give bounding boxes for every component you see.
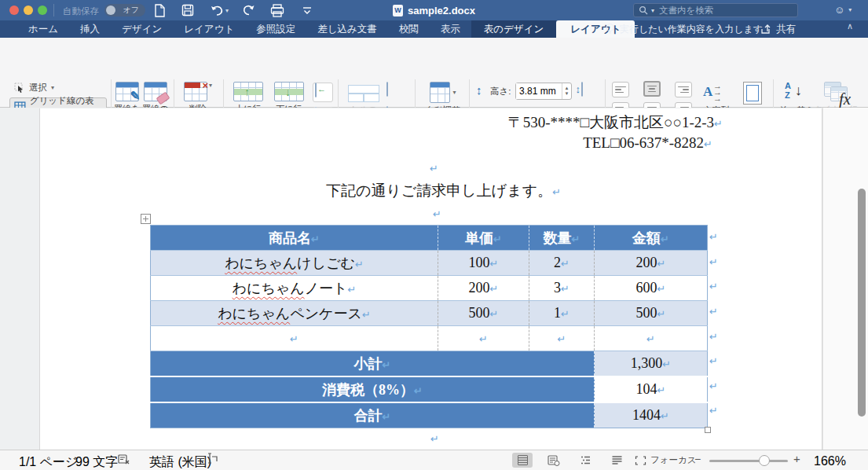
tax-row[interactable]: 消費税（8%）↵ 104↵ — [151, 376, 708, 402]
page-count[interactable]: 1/1 ページ — [19, 454, 78, 470]
table-header-row[interactable]: 商品名↵ 単価↵ 数量↵ 金額↵ — [151, 226, 708, 251]
focus-mode-button[interactable]: フォーカス — [635, 454, 697, 466]
row-end-marks: ↵↵ ↵↵ ↵↵ ↵↵ — [709, 225, 718, 424]
print-layout-view-button[interactable] — [512, 453, 533, 468]
table-move-handle[interactable] — [141, 214, 151, 224]
undo-button[interactable]: ▾ — [206, 2, 233, 18]
document-search[interactable]: ▾ — [633, 3, 798, 17]
tab-home[interactable]: ホーム — [17, 20, 69, 38]
insert-row-above-icon: ↑ — [233, 82, 263, 101]
ribbon: 選択 ▾ グリッド線の表示 プロパティ テーブル ✎ 罫線を引く 罫線の削除 図… — [0, 38, 868, 108]
tab-design[interactable]: デザイン — [111, 20, 173, 38]
table-row[interactable]: わにちゃんペンケース↵ 500↵ 1↵ 500↵ — [151, 301, 708, 326]
tax-value: 104↵ — [595, 376, 708, 402]
outline-view-button[interactable] — [575, 453, 595, 468]
sort-icon: A Z ↓ — [783, 82, 810, 103]
tab-references[interactable]: 参照設定 — [245, 20, 306, 38]
table-resize-handle[interactable] — [705, 427, 711, 433]
header-unit-price: 単価↵ — [438, 226, 529, 251]
tab-layout[interactable]: レイアウト — [173, 20, 245, 38]
table-row-empty[interactable]: ↵ ↵ ↵ ↵ — [151, 326, 708, 351]
lightbulb-icon — [605, 23, 615, 35]
subtotal-row[interactable]: 小計↵ 1,300↵ — [151, 351, 708, 377]
total-row[interactable]: 合計↵ 1404↵ — [151, 402, 708, 428]
zoom-slider-knob[interactable] — [759, 455, 770, 466]
smiley-icon: ☺ — [834, 4, 844, 16]
tab-table-design[interactable]: 表のデザイン — [471, 20, 556, 38]
maximize-window-button[interactable] — [38, 6, 47, 15]
formula-button[interactable]: fx — [839, 90, 851, 109]
split-cells-button[interactable] — [386, 83, 388, 97]
zoom-in-button[interactable]: + — [793, 452, 800, 465]
toolbar-options-icon — [302, 6, 313, 15]
row-height-label: 高さ: — [490, 86, 511, 97]
cell-margins-icon — [743, 82, 762, 105]
row-height-input[interactable] — [516, 83, 562, 99]
select-button[interactable]: 選択 ▾ — [14, 82, 54, 94]
document-page[interactable]: 〒530-****□大阪市北区○○1-2-3↵ TEL□06-637*-8282… — [39, 108, 822, 470]
share-icon — [760, 24, 772, 35]
search-scope-caret-icon[interactable]: ▾ — [651, 7, 654, 14]
language-status[interactable]: 英語 (米国) — [149, 454, 211, 470]
tab-review[interactable]: 校閲 — [388, 20, 430, 38]
invoice-table[interactable]: 商品名↵ 単価↵ 数量↵ 金額↵ わにちゃんけしごむ↵ 100↵ 2↵ 200↵… — [150, 225, 708, 428]
tab-view[interactable]: 表示 — [430, 20, 471, 38]
print-button[interactable] — [269, 2, 286, 18]
row-height-stepper[interactable]: ▲▼ — [515, 83, 572, 100]
draft-view-button[interactable] — [606, 453, 627, 468]
web-layout-view-button[interactable] — [544, 453, 564, 468]
outline-view-icon — [580, 455, 591, 465]
delete-table-icon: × — [184, 82, 207, 101]
search-input[interactable] — [657, 5, 793, 16]
share-label: 共有 — [776, 23, 796, 36]
redo-button[interactable] — [240, 2, 258, 18]
text-direction-icon: A → → → — [703, 82, 730, 103]
spin-down-icon[interactable]: ▼ — [565, 91, 570, 97]
subtotal-label: 小計↵ — [151, 351, 595, 377]
spin-up-icon[interactable]: ▲ — [565, 86, 570, 91]
align-top-right-button[interactable] — [675, 82, 692, 97]
cell-empty: ↵ — [529, 326, 595, 351]
fx-icon: fx — [839, 90, 851, 108]
minimize-window-button[interactable] — [24, 6, 33, 15]
align-top-center-button[interactable] — [643, 81, 661, 97]
scrollbar-track[interactable] — [822, 108, 868, 450]
autofit-caret-icon: ▾ — [452, 89, 456, 96]
table-row[interactable]: わにちゃんけしごむ↵ 100↵ 2↵ 200↵ — [151, 251, 708, 276]
save-icon — [181, 4, 194, 17]
feedback-smiley-button[interactable]: ☺ ▾ — [834, 4, 852, 16]
total-label: 合計↵ — [151, 402, 595, 428]
proofing-status-button[interactable] — [118, 453, 130, 468]
close-window-button[interactable] — [9, 6, 19, 15]
cell-qty: 3↵ — [529, 276, 595, 301]
word-count[interactable]: 99 文字 — [75, 454, 118, 470]
autosave-toggle[interactable]: オフ — [104, 4, 145, 17]
zoom-out-button[interactable]: − — [694, 453, 701, 465]
scrollbar-thumb[interactable] — [858, 189, 866, 417]
new-document-button[interactable] — [151, 2, 168, 18]
subtotal-value: 1,300↵ — [595, 351, 708, 377]
distribute-rows-button[interactable]: ↕ — [581, 83, 583, 97]
tab-insert[interactable]: 挿入 — [69, 20, 111, 38]
align-top-left-button[interactable] — [612, 82, 629, 97]
toolbar-options-button[interactable] — [298, 2, 316, 18]
web-layout-icon — [548, 455, 560, 466]
split-cells-icon — [386, 82, 388, 97]
undo-caret-icon[interactable]: ▾ — [225, 7, 229, 14]
header-product: 商品名↵ — [151, 226, 438, 251]
zoom-percentage[interactable]: 166% — [814, 454, 846, 468]
save-button[interactable] — [179, 2, 196, 18]
tab-mailings[interactable]: 差し込み文書 — [306, 20, 388, 38]
autofit-icon — [430, 82, 450, 103]
zoom-slider-track[interactable] — [709, 460, 788, 462]
share-button[interactable]: 共有 — [760, 20, 796, 38]
insert-column-left-button[interactable]: ← — [313, 83, 333, 102]
text-select-mode-button[interactable] — [206, 453, 218, 468]
cell-price: 100↵ — [438, 251, 529, 276]
word-doc-icon: W — [393, 5, 403, 17]
tell-me-assistant[interactable]: 実行したい作業内容を入力します — [605, 20, 763, 38]
table-row[interactable]: わにちゃんノート↵ 200↵ 3↵ 600↵ — [151, 276, 708, 301]
distribute-rows-icon: ↕ — [581, 82, 583, 97]
collapse-ribbon-button[interactable]: ∧ — [847, 21, 853, 31]
select-caret-icon: ▾ — [51, 84, 54, 91]
